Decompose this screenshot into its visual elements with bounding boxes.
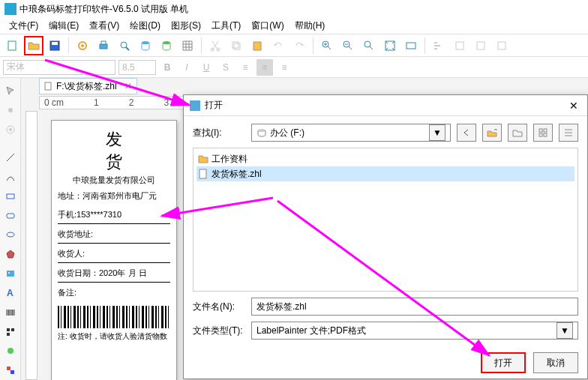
label-date: 收货日期：2020年 月 日 [58, 268, 170, 283]
file-list[interactable]: 工作资料 发货标签.zhl [193, 148, 578, 292]
document-tab[interactable]: F:\发货标签.zhl ✕ [39, 78, 137, 94]
menu-tool[interactable]: 工具(T) [207, 18, 245, 34]
file-item-selected[interactable]: 发货标签.zhl [196, 166, 574, 181]
qrcode-tool[interactable] [2, 323, 20, 341]
svg-rect-0 [8, 41, 16, 50]
align-left-button[interactable]: ≡ [237, 59, 254, 76]
filetype-arrow-icon[interactable]: ▼ [556, 322, 573, 339]
grid-icon[interactable] [178, 36, 197, 55]
menu-help[interactable]: 帮助(H) [290, 18, 330, 34]
curve-tool[interactable] [2, 168, 20, 186]
filetype-combo[interactable]: LabelPainter 文件;PDF格式 ▼ [251, 322, 578, 340]
label-remark: 备注: [58, 287, 170, 301]
svg-rect-6 [101, 41, 106, 44]
image-tool[interactable] [2, 265, 20, 283]
svg-rect-15 [254, 42, 261, 50]
menu-window[interactable]: 窗口(W) [247, 18, 288, 34]
copy-icon[interactable] [226, 36, 246, 55]
svg-rect-44 [544, 129, 547, 132]
menu-draw[interactable]: 绘图(D) [125, 18, 165, 34]
svg-rect-35 [11, 328, 14, 331]
text-tool[interactable]: A [2, 284, 20, 302]
font-combo[interactable]: 宋体 [3, 60, 116, 75]
svg-text:A: A [7, 288, 14, 298]
svg-rect-2 [52, 42, 58, 45]
zoom-100-icon[interactable] [359, 36, 379, 55]
database-refresh-icon[interactable] [157, 36, 176, 55]
menu-file[interactable]: 文件(F) [4, 18, 43, 34]
open-button[interactable] [24, 36, 44, 55]
side-toolbar: A [0, 78, 21, 380]
roundrect-tool[interactable] [2, 207, 20, 225]
dialog-titlebar: 打开 ✕ [184, 95, 587, 116]
save-button[interactable] [45, 36, 64, 55]
back-button[interactable] [457, 124, 476, 142]
filename-label: 文件名(N): [193, 301, 245, 313]
database-icon[interactable] [136, 36, 155, 55]
lookin-combo[interactable]: 办公 (F:) ▼ [251, 124, 451, 142]
align-icon-3[interactable] [471, 36, 490, 55]
italic-button[interactable]: I [178, 59, 195, 76]
hand-tool[interactable] [2, 101, 20, 119]
polygon-tool[interactable] [2, 245, 20, 263]
zoom-fit-icon[interactable] [380, 36, 400, 55]
main-toolbar [0, 34, 588, 57]
align-icon-2[interactable] [450, 36, 470, 55]
size-combo[interactable]: 8.5 [118, 60, 156, 75]
svg-point-18 [364, 41, 370, 47]
align-center-button[interactable]: ≡ [256, 59, 273, 76]
cut-icon[interactable] [206, 36, 225, 55]
ellipse-tool[interactable] [2, 226, 20, 244]
svg-point-4 [81, 44, 84, 47]
svg-rect-21 [456, 42, 464, 49]
svg-point-10 [163, 41, 170, 44]
barcode-tool[interactable] [2, 304, 20, 322]
svg-point-32 [8, 272, 10, 274]
redo-icon[interactable] [290, 36, 309, 55]
dialog-close-icon[interactable]: ✕ [566, 100, 581, 112]
menu-graphic[interactable]: 图形(S) [166, 18, 206, 34]
label-phone: 手机:153****7310 [58, 209, 170, 224]
label-title: 发 货 [58, 128, 170, 173]
svg-point-26 [9, 128, 12, 131]
close-tab-icon[interactable]: ✕ [124, 81, 132, 91]
cancel-button[interactable]: 取消 [533, 352, 578, 373]
underline-button[interactable]: U [198, 59, 214, 76]
line-tool[interactable] [2, 148, 20, 166]
pointer-tool[interactable] [2, 82, 20, 100]
svg-point-7 [121, 42, 127, 48]
new-button[interactable] [3, 36, 22, 55]
zoom-out-icon[interactable] [338, 36, 358, 55]
ruler-vertical [26, 111, 38, 380]
rect-tool[interactable] [2, 187, 20, 205]
up-button[interactable] [482, 124, 502, 142]
dropdown-arrow-icon[interactable]: ▼ [429, 124, 446, 141]
menu-view[interactable]: 查看(V) [85, 18, 124, 34]
svg-rect-14 [234, 43, 240, 49]
align-icon-4[interactable] [492, 36, 512, 55]
bold-button[interactable]: B [159, 59, 176, 76]
svg-rect-29 [7, 214, 14, 218]
zoom-area-icon[interactable] [401, 36, 421, 55]
undo-icon[interactable] [268, 36, 288, 55]
new-folder-button[interactable] [508, 124, 527, 142]
align-icon-1[interactable] [429, 36, 448, 55]
filename-input[interactable] [251, 298, 578, 316]
preview-icon[interactable] [115, 36, 134, 55]
svg-rect-46 [544, 133, 547, 136]
fill-tool[interactable] [2, 342, 20, 360]
print-icon[interactable] [94, 36, 113, 55]
gear-icon[interactable] [73, 36, 92, 55]
folder-item[interactable]: 工作资料 [196, 151, 574, 166]
paste-icon[interactable] [248, 36, 267, 55]
zoom-in-icon[interactable] [317, 36, 337, 55]
open-confirm-button[interactable]: 打开 [481, 352, 526, 373]
color-tool[interactable] [2, 361, 20, 379]
menu-edit[interactable]: 编辑(E) [44, 18, 83, 34]
view-list-button[interactable] [533, 124, 553, 142]
view-detail-button[interactable] [559, 124, 578, 142]
strike-button[interactable]: S [218, 59, 234, 76]
svg-rect-13 [232, 42, 238, 48]
align-right-button[interactable]: ≡ [276, 59, 292, 76]
target-tool[interactable] [2, 121, 20, 139]
